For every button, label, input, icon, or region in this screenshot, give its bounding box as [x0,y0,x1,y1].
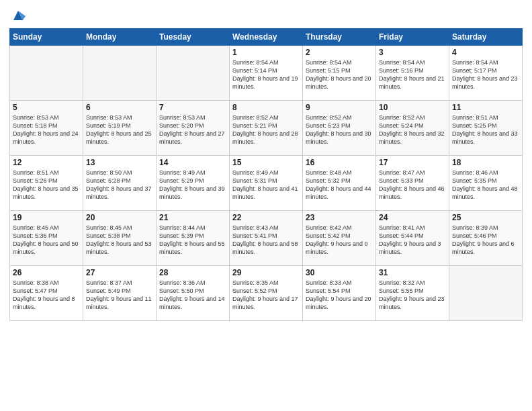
day-info: Sunrise: 8:45 AMSunset: 5:38 PMDaylight:… [86,224,153,257]
calendar-day-cell: 25 Sunrise: 8:39 AMSunset: 5:46 PMDaylig… [449,211,523,266]
day-number: 14 [159,158,226,167]
day-number: 18 [452,158,519,167]
calendar-day-cell: 16 Sunrise: 8:48 AMSunset: 5:32 PMDaylig… [303,156,376,211]
day-info: Sunrise: 8:49 AMSunset: 5:29 PMDaylight:… [159,169,226,201]
calendar-day-cell: 24 Sunrise: 8:41 AMSunset: 5:44 PMDaylig… [376,211,449,266]
calendar-day-cell: 5 Sunrise: 8:53 AMSunset: 5:18 PMDayligh… [10,101,83,156]
header-thursday: Thursday [303,29,376,46]
calendar-day-cell: 13 Sunrise: 8:50 AMSunset: 5:28 PMDaylig… [83,156,157,211]
calendar-week-row: 5 Sunrise: 8:53 AMSunset: 5:18 PMDayligh… [10,101,523,156]
calendar-day-cell: 31 Sunrise: 8:32 AMSunset: 5:55 PMDaylig… [376,266,449,321]
day-number: 26 [13,268,80,277]
day-info: Sunrise: 8:38 AMSunset: 5:47 PMDaylight:… [13,279,80,312]
day-number: 4 [452,48,519,57]
calendar-day-cell: 22 Sunrise: 8:43 AMSunset: 5:41 PMDaylig… [230,211,303,266]
day-number: 17 [379,158,446,167]
day-info: Sunrise: 8:48 AMSunset: 5:32 PMDaylight:… [306,169,373,201]
day-number: 6 [86,103,153,112]
calendar-week-row: 19 Sunrise: 8:45 AMSunset: 5:36 PMDaylig… [10,211,523,266]
day-info: Sunrise: 8:50 AMSunset: 5:28 PMDaylight:… [86,169,153,201]
day-number: 16 [306,158,373,167]
calendar-day-cell: 30 Sunrise: 8:33 AMSunset: 5:54 PMDaylig… [303,266,376,321]
day-info: Sunrise: 8:52 AMSunset: 5:23 PMDaylight:… [306,113,373,146]
day-number: 25 [452,213,519,222]
calendar-day-cell [83,46,157,101]
day-number: 3 [379,48,446,57]
calendar-day-cell: 20 Sunrise: 8:45 AMSunset: 5:38 PMDaylig… [83,211,157,266]
calendar-week-row: 26 Sunrise: 8:38 AMSunset: 5:47 PMDaylig… [10,266,523,321]
calendar-table: Sunday Monday Tuesday Wednesday Thursday… [9,28,523,321]
calendar-day-cell: 18 Sunrise: 8:46 AMSunset: 5:35 PMDaylig… [449,156,523,211]
calendar-day-cell: 27 Sunrise: 8:37 AMSunset: 5:49 PMDaylig… [83,266,157,321]
calendar-day-cell: 10 Sunrise: 8:52 AMSunset: 5:24 PMDaylig… [376,101,449,156]
calendar-day-cell: 6 Sunrise: 8:53 AMSunset: 5:19 PMDayligh… [83,101,157,156]
calendar-day-cell [449,266,523,321]
day-number: 23 [306,213,373,222]
day-info: Sunrise: 8:54 AMSunset: 5:16 PMDaylight:… [379,58,446,91]
calendar-week-row: 1 Sunrise: 8:54 AMSunset: 5:14 PMDayligh… [10,46,523,101]
header-friday: Friday [376,29,449,46]
calendar-day-cell: 4 Sunrise: 8:54 AMSunset: 5:17 PMDayligh… [449,46,523,101]
day-number: 8 [232,103,300,112]
day-info: Sunrise: 8:44 AMSunset: 5:39 PMDaylight:… [159,224,226,257]
calendar-day-cell: 23 Sunrise: 8:42 AMSunset: 5:42 PMDaylig… [303,211,376,266]
weekday-header-row: Sunday Monday Tuesday Wednesday Thursday… [10,29,523,46]
logo [9,7,26,23]
day-number: 31 [379,268,446,277]
day-info: Sunrise: 8:41 AMSunset: 5:44 PMDaylight:… [379,224,446,257]
calendar-day-cell: 19 Sunrise: 8:45 AMSunset: 5:36 PMDaylig… [10,211,83,266]
calendar-day-cell: 8 Sunrise: 8:52 AMSunset: 5:21 PMDayligh… [230,101,303,156]
day-number: 27 [86,268,153,277]
header-sunday: Sunday [10,29,83,46]
calendar-day-cell [157,46,230,101]
page: Sunday Monday Tuesday Wednesday Thursday… [0,0,532,411]
day-info: Sunrise: 8:47 AMSunset: 5:33 PMDaylight:… [379,169,446,201]
day-info: Sunrise: 8:53 AMSunset: 5:19 PMDaylight:… [86,113,153,146]
day-info: Sunrise: 8:54 AMSunset: 5:15 PMDaylight:… [306,58,373,91]
calendar-day-cell [10,46,83,101]
header-monday: Monday [83,29,157,46]
day-number: 5 [13,103,80,112]
day-number: 19 [13,213,80,222]
calendar-day-cell: 14 Sunrise: 8:49 AMSunset: 5:29 PMDaylig… [157,156,230,211]
header [9,7,523,23]
day-info: Sunrise: 8:37 AMSunset: 5:49 PMDaylight:… [86,279,153,312]
day-number: 1 [232,48,300,57]
day-info: Sunrise: 8:39 AMSunset: 5:46 PMDaylight:… [452,224,519,257]
day-info: Sunrise: 8:49 AMSunset: 5:31 PMDaylight:… [232,169,300,201]
day-info: Sunrise: 8:43 AMSunset: 5:41 PMDaylight:… [232,224,300,257]
day-number: 24 [379,213,446,222]
calendar-day-cell: 17 Sunrise: 8:47 AMSunset: 5:33 PMDaylig… [376,156,449,211]
day-number: 15 [232,158,300,167]
header-wednesday: Wednesday [230,29,303,46]
calendar-day-cell: 1 Sunrise: 8:54 AMSunset: 5:14 PMDayligh… [230,46,303,101]
day-info: Sunrise: 8:51 AMSunset: 5:25 PMDaylight:… [452,113,519,146]
day-number: 2 [306,48,373,57]
day-info: Sunrise: 8:32 AMSunset: 5:55 PMDaylight:… [379,279,446,312]
day-info: Sunrise: 8:35 AMSunset: 5:52 PMDaylight:… [232,279,300,312]
day-number: 7 [159,103,226,112]
calendar-day-cell: 2 Sunrise: 8:54 AMSunset: 5:15 PMDayligh… [303,46,376,101]
calendar-week-row: 12 Sunrise: 8:51 AMSunset: 5:26 PMDaylig… [10,156,523,211]
day-number: 12 [13,158,80,167]
day-info: Sunrise: 8:51 AMSunset: 5:26 PMDaylight:… [13,169,80,201]
day-info: Sunrise: 8:53 AMSunset: 5:18 PMDaylight:… [13,113,80,146]
calendar-day-cell: 3 Sunrise: 8:54 AMSunset: 5:16 PMDayligh… [376,46,449,101]
day-number: 30 [306,268,373,277]
calendar-day-cell: 12 Sunrise: 8:51 AMSunset: 5:26 PMDaylig… [10,156,83,211]
calendar-day-cell: 21 Sunrise: 8:44 AMSunset: 5:39 PMDaylig… [157,211,230,266]
calendar-day-cell: 7 Sunrise: 8:53 AMSunset: 5:20 PMDayligh… [157,101,230,156]
day-info: Sunrise: 8:42 AMSunset: 5:42 PMDaylight:… [306,224,373,257]
day-number: 10 [379,103,446,112]
calendar-day-cell: 11 Sunrise: 8:51 AMSunset: 5:25 PMDaylig… [449,101,523,156]
header-saturday: Saturday [449,29,523,46]
day-number: 29 [232,268,300,277]
day-number: 28 [159,268,226,277]
day-number: 20 [86,213,153,222]
calendar-day-cell: 15 Sunrise: 8:49 AMSunset: 5:31 PMDaylig… [230,156,303,211]
day-info: Sunrise: 8:54 AMSunset: 5:17 PMDaylight:… [452,58,519,91]
calendar-day-cell: 9 Sunrise: 8:52 AMSunset: 5:23 PMDayligh… [303,101,376,156]
day-info: Sunrise: 8:52 AMSunset: 5:24 PMDaylight:… [379,113,446,146]
day-number: 13 [86,158,153,167]
calendar-day-cell: 26 Sunrise: 8:38 AMSunset: 5:47 PMDaylig… [10,266,83,321]
